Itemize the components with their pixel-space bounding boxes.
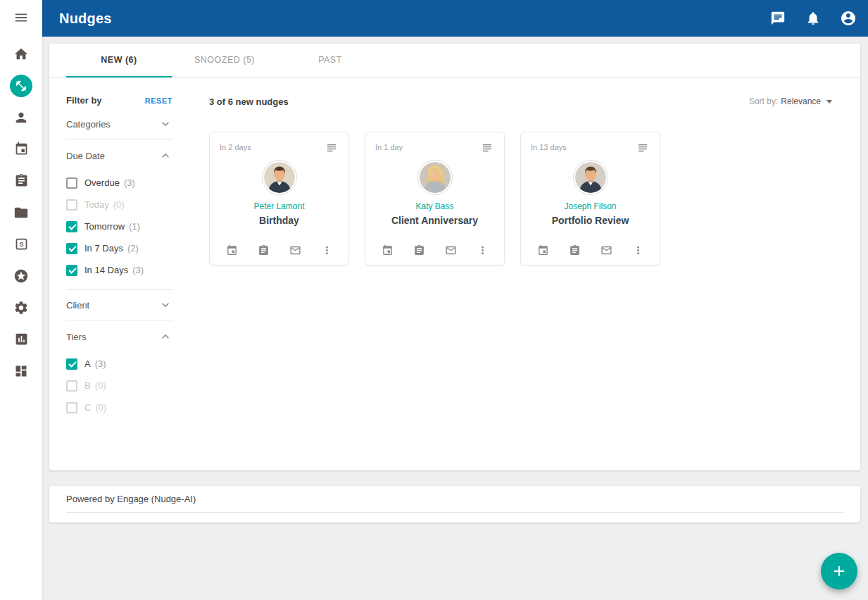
nudge-card-birthday: In 2 days	[209, 132, 349, 265]
nudge-card-client-anniversary: In 1 day	[365, 132, 505, 265]
calendar-action-button[interactable]	[535, 242, 551, 258]
client-section-toggle[interactable]: Client	[66, 290, 172, 320]
calendar-action-button[interactable]	[224, 242, 239, 258]
account-button[interactable]	[840, 10, 857, 27]
checkbox-icon	[66, 199, 77, 211]
nudge-title: Portfolio Review	[552, 215, 629, 226]
tab-past[interactable]: PAST	[277, 44, 383, 77]
chat-button[interactable]	[769, 10, 786, 27]
client-link[interactable]: Katy Bass	[415, 201, 453, 211]
avatar	[417, 160, 453, 195]
notes-button[interactable]	[480, 141, 494, 155]
checkbox-icon	[66, 402, 77, 413]
sidebar-item-nudges[interactable]	[6, 70, 37, 101]
sidebar-item-billing[interactable]: S	[6, 228, 37, 260]
email-action-button[interactable]	[598, 242, 614, 258]
plus-icon	[831, 563, 848, 580]
card-top: In 1 day	[375, 141, 494, 155]
checkbox-icon	[66, 265, 77, 276]
nudge-card-portfolio-review: In 13 days	[520, 132, 660, 265]
chevron-up-icon	[158, 149, 172, 163]
more-options-button[interactable]	[319, 242, 334, 258]
tiers-section-toggle[interactable]: Tiers	[66, 320, 172, 353]
notes-button[interactable]	[325, 141, 339, 155]
checkbox-icon	[66, 358, 77, 370]
card-actions	[375, 242, 494, 258]
filter-option-today[interactable]: Today (0)	[66, 194, 172, 215]
notifications-button[interactable]	[805, 10, 822, 27]
filter-option-overdue[interactable]: Overdue (3)	[66, 172, 172, 194]
add-nudge-fab[interactable]	[821, 553, 857, 589]
filter-section-client: Client	[66, 290, 172, 320]
more-options-button[interactable]	[474, 242, 490, 258]
sidebar-item-favorites[interactable]	[6, 260, 37, 292]
calendar-icon	[226, 244, 238, 256]
billing-icon: S	[14, 237, 29, 251]
sidebar-item-clients[interactable]	[6, 101, 37, 133]
nudges-icon	[15, 80, 27, 92]
tab-new[interactable]: NEW (6)	[66, 44, 172, 77]
filter-option-tier-a[interactable]: A (3)	[66, 353, 172, 375]
calendar-action-button[interactable]	[379, 242, 395, 258]
results-area: 3 of 6 new nudges Sort by: Relevance In …	[209, 95, 843, 470]
reset-filters-button[interactable]: RESET	[145, 96, 172, 105]
mail-icon	[600, 244, 612, 256]
results-summary: 3 of 6 new nudges	[209, 96, 289, 107]
person-icon	[13, 110, 29, 125]
checkbox-icon	[66, 177, 77, 189]
task-action-button[interactable]	[411, 242, 427, 258]
tab-snoozed[interactable]: SNOOZED (5)	[172, 44, 277, 77]
due-date-section-label: Due Date	[66, 151, 105, 161]
categories-section-toggle[interactable]: Categories	[66, 109, 172, 139]
filter-option-tier-c[interactable]: C (0)	[66, 396, 172, 418]
client-section-label: Client	[66, 300, 89, 311]
bell-icon	[805, 11, 821, 26]
app-header: Nudges	[42, 0, 868, 37]
appbar-actions	[769, 10, 857, 27]
categories-section-label: Categories	[66, 119, 111, 130]
sidebar-item-calendar[interactable]	[6, 133, 37, 165]
chevron-down-icon	[158, 298, 172, 312]
footer-bar: Powered by Engage (Nudge-AI)	[49, 486, 860, 523]
nudge-title: Client Anniversary	[391, 215, 478, 226]
clipboard-icon	[258, 244, 270, 256]
sidebar: S	[0, 0, 42, 600]
sort-dropdown[interactable]: Sort by: Relevance	[749, 96, 832, 106]
kebab-icon	[321, 244, 333, 256]
chevron-up-icon	[158, 330, 172, 344]
sidebar-item-settings[interactable]	[6, 292, 37, 323]
task-action-button[interactable]	[256, 242, 271, 258]
main-area: Nudges NEW (6) SNOOZED (5) PAST	[42, 0, 868, 600]
nudges-panel: NEW (6) SNOOZED (5) PAST Filter by RESET…	[49, 44, 860, 470]
filter-option-tier-b[interactable]: B (0)	[66, 375, 172, 396]
sidebar-item-reports[interactable]	[6, 323, 37, 355]
kebab-icon	[632, 244, 644, 256]
due-date-section-toggle[interactable]: Due Date	[66, 139, 172, 172]
menu-button[interactable]	[6, 4, 37, 31]
filter-option-tomorrow[interactable]: Tomorrow (1)	[66, 215, 172, 237]
more-options-button[interactable]	[630, 242, 646, 258]
client-link[interactable]: Joseph Filson	[564, 201, 616, 211]
notes-icon	[636, 142, 649, 154]
email-action-button[interactable]	[443, 242, 458, 258]
avatar	[573, 160, 608, 195]
sidebar-item-tasks[interactable]	[6, 165, 37, 196]
filter-option-in-7-days[interactable]: In 7 Days (2)	[66, 237, 172, 259]
filter-option-in-14-days[interactable]: In 14 Days (3)	[66, 259, 172, 281]
chevron-down-icon	[158, 117, 172, 131]
clipboard-icon	[413, 244, 425, 256]
sidebar-item-documents[interactable]	[6, 196, 37, 228]
sidebar-item-home[interactable]	[6, 38, 37, 70]
filters-title: Filter by	[66, 95, 102, 106]
email-action-button[interactable]	[287, 242, 303, 258]
notes-button[interactable]	[636, 141, 650, 155]
filter-section-tiers: Tiers A (3) B (0	[66, 320, 172, 427]
page-title: Nudges	[59, 11, 112, 27]
client-link[interactable]: Peter Lamont	[253, 201, 304, 211]
notes-icon	[325, 142, 338, 154]
task-action-button[interactable]	[567, 242, 582, 258]
due-label: In 2 days	[220, 141, 251, 151]
folder-icon	[13, 205, 29, 220]
star-circle-icon	[13, 268, 29, 284]
sidebar-item-dashboard[interactable]	[6, 355, 37, 387]
